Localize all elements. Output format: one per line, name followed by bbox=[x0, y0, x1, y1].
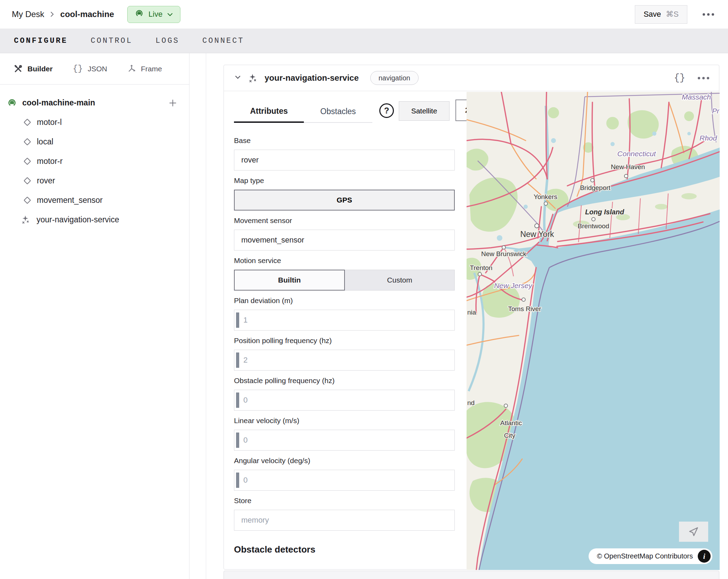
attribution-text: © OpenStreetMap Contributors bbox=[597, 552, 693, 560]
save-label: Save bbox=[644, 10, 661, 19]
tree-root-label: cool-machine-main bbox=[22, 98, 95, 108]
tree-item-label: local bbox=[37, 137, 53, 146]
info-icon[interactable] bbox=[698, 550, 711, 563]
obstacle-polling-label: Obstacle polling frequency (hz) bbox=[234, 376, 455, 385]
app-header: My Desk cool-machine Live Save ⌘S bbox=[0, 0, 728, 29]
movement-sensor-input[interactable] bbox=[234, 230, 455, 251]
chevron-down-icon bbox=[167, 10, 173, 19]
map-label-atlantic-city-1: Atlantic bbox=[500, 419, 522, 427]
drag-handle[interactable] bbox=[236, 352, 239, 368]
field-motion-service: Motion service Builtin Custom bbox=[234, 256, 455, 291]
next-card-partial bbox=[224, 571, 719, 579]
satellite-button[interactable]: Satellite bbox=[399, 101, 450, 121]
chevron-right-icon bbox=[50, 11, 55, 18]
obstacle-detectors-heading: Obstacle detectors bbox=[234, 544, 455, 555]
plan-deviation-label: Plan deviation (m) bbox=[234, 296, 455, 305]
map-label-trenton: Trenton bbox=[470, 264, 493, 271]
add-component-button[interactable] bbox=[167, 97, 179, 109]
tab-obstacles[interactable]: Obstacles bbox=[304, 101, 372, 123]
mode-json[interactable]: JSON bbox=[73, 64, 107, 73]
navigation-service-icon bbox=[21, 215, 31, 224]
breadcrumb-parent[interactable]: My Desk bbox=[12, 9, 44, 19]
tree-item-label: movement_sensor bbox=[37, 196, 103, 205]
mode-frame[interactable]: Frame bbox=[127, 64, 162, 73]
tree-item-machine-main[interactable]: cool-machine-main bbox=[0, 93, 189, 112]
map-label-providence: Pro bbox=[712, 107, 720, 115]
drag-handle[interactable] bbox=[236, 312, 239, 328]
map-label-bridgeport: Bridgeport bbox=[580, 184, 610, 191]
map-label-toms-river: Toms River bbox=[508, 305, 541, 312]
component-icon bbox=[24, 196, 31, 204]
field-obstacle-polling: Obstacle polling frequency (hz) bbox=[234, 376, 455, 411]
mode-json-label: JSON bbox=[88, 65, 107, 73]
tree-item-motor-l[interactable]: motor-l bbox=[0, 112, 189, 132]
mode-builder-label: Builder bbox=[27, 65, 52, 73]
machine-part-icon bbox=[7, 98, 17, 108]
tree-item-label: motor-l bbox=[37, 118, 62, 127]
field-linear-velocity: Linear velocity (m/s) bbox=[234, 416, 455, 451]
component-icon bbox=[24, 177, 31, 184]
tab-control[interactable]: CONTROL bbox=[91, 37, 132, 45]
save-button[interactable]: Save ⌘S bbox=[635, 5, 687, 24]
map-label-new-jersey: New Jersey bbox=[494, 281, 533, 290]
panel-divider bbox=[206, 53, 206, 579]
navigation-map[interactable]: Massach Pro Rhod Connecticut New Haven B… bbox=[467, 92, 720, 570]
tools-icon bbox=[14, 64, 23, 73]
openstreetmap-canvas: Massach Pro Rhod Connecticut New Haven B… bbox=[467, 92, 720, 570]
map-label-connecticut: Connecticut bbox=[617, 150, 656, 158]
view-mode-toggle: Builder JSON Frame bbox=[0, 53, 189, 85]
braces-icon bbox=[73, 64, 83, 73]
tree-item-movement-sensor[interactable]: movement_sensor bbox=[0, 190, 189, 210]
locate-button[interactable] bbox=[679, 522, 708, 542]
app-window: My Desk cool-machine Live Save ⌘S CONFIG… bbox=[0, 0, 728, 579]
angular-velocity-input[interactable] bbox=[239, 470, 454, 490]
map-label-long-island: Long Island bbox=[585, 208, 624, 216]
attributes-form: Base Map type GPS Movement sensor Motion… bbox=[234, 136, 455, 555]
motion-service-toggle: Builtin Custom bbox=[234, 270, 455, 291]
tree-item-local[interactable]: local bbox=[0, 132, 189, 151]
help-icon[interactable] bbox=[379, 103, 394, 118]
tree-item-navigation-service[interactable]: your-navigation-service bbox=[0, 210, 189, 229]
motion-custom-option[interactable]: Custom bbox=[345, 270, 455, 291]
map-label-pennsylvania: nia bbox=[467, 309, 476, 316]
collapse-chevron-icon[interactable] bbox=[234, 75, 241, 81]
service-type-badge: navigation bbox=[370, 71, 419, 85]
motion-builtin-option[interactable]: Builtin bbox=[234, 270, 345, 291]
mode-frame-label: Frame bbox=[141, 65, 162, 73]
mode-builder[interactable]: Builder bbox=[14, 64, 52, 73]
obstacle-polling-input[interactable] bbox=[239, 390, 454, 410]
map-label-atlantic-city-2: City bbox=[504, 432, 516, 439]
component-icon bbox=[24, 118, 31, 126]
drag-handle[interactable] bbox=[236, 392, 239, 408]
tab-connect[interactable]: CONNECT bbox=[202, 37, 244, 45]
drag-handle[interactable] bbox=[236, 473, 239, 488]
position-polling-label: Position polling frequency (hz) bbox=[234, 336, 455, 345]
drag-handle[interactable] bbox=[236, 433, 239, 448]
tree-item-motor-r[interactable]: motor-r bbox=[0, 151, 189, 171]
map-label-new-brunswick: New Brunswick bbox=[481, 250, 526, 257]
card-menu-button[interactable] bbox=[698, 77, 709, 79]
tab-logs[interactable]: LOGS bbox=[155, 37, 179, 45]
map-label-land: nd bbox=[467, 399, 475, 406]
json-view-icon[interactable] bbox=[674, 73, 685, 83]
card-tabs: Attributes Obstacles bbox=[234, 101, 372, 123]
tab-attributes[interactable]: Attributes bbox=[234, 101, 304, 123]
plan-deviation-input[interactable] bbox=[239, 310, 454, 330]
movement-sensor-label: Movement sensor bbox=[234, 216, 455, 225]
tree-item-rover[interactable]: rover bbox=[0, 171, 189, 190]
machine-tab-bar: CONFIGURE CONTROL LOGS CONNECT bbox=[0, 29, 728, 53]
position-polling-input[interactable] bbox=[239, 350, 454, 370]
navigation-arrow-icon bbox=[688, 526, 699, 537]
field-map-type: Map type GPS bbox=[234, 176, 455, 211]
map-label-rhode-island: Rhod bbox=[699, 134, 718, 142]
more-menu-button[interactable] bbox=[699, 10, 718, 19]
base-input[interactable] bbox=[234, 150, 455, 170]
tab-configure[interactable]: CONFIGURE bbox=[14, 37, 68, 45]
live-status-dropdown[interactable]: Live bbox=[127, 6, 180, 23]
motion-service-label: Motion service bbox=[234, 256, 455, 265]
linear-velocity-input[interactable] bbox=[239, 430, 454, 450]
field-store: Store bbox=[234, 496, 455, 531]
linear-velocity-label: Linear velocity (m/s) bbox=[234, 416, 455, 425]
map-type-gps-button[interactable]: GPS bbox=[234, 190, 455, 211]
store-input[interactable] bbox=[234, 510, 455, 531]
